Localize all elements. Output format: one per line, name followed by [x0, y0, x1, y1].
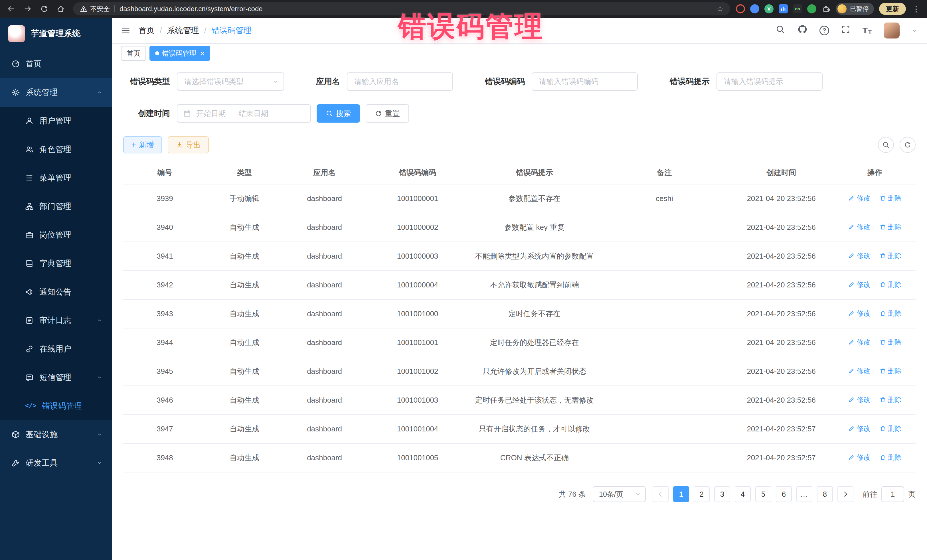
hamburger-icon[interactable] [121, 26, 131, 35]
chevron-down-icon[interactable] [912, 27, 918, 33]
breadcrumb-separator: / [160, 26, 162, 35]
address-bar[interactable]: 不安全 dashboard.yudao.iocoder.cn/system/er… [73, 2, 730, 15]
date-range-picker[interactable]: 开始日期 - 结束日期 [177, 104, 311, 123]
edit-link[interactable]: 修改 [848, 395, 870, 404]
edit-link[interactable]: 修改 [848, 453, 870, 462]
edit-link[interactable]: 修改 [848, 424, 870, 433]
edit-link[interactable]: 修改 [848, 338, 870, 347]
forward-icon[interactable] [23, 5, 32, 13]
app-name-field[interactable] [347, 73, 453, 91]
prev-page-button[interactable] [653, 486, 669, 502]
home-icon[interactable] [56, 5, 65, 13]
help-icon[interactable]: ? [819, 26, 829, 35]
more-pages-button[interactable]: ... [796, 486, 812, 502]
sidebar-item-dev-tools[interactable]: 研发工具 [0, 449, 112, 477]
error-type-select-input[interactable] [177, 73, 284, 91]
user-avatar[interactable] [884, 23, 900, 38]
breadcrumb-current[interactable]: 错误码管理 [212, 25, 252, 36]
edit-link[interactable]: 修改 [848, 194, 870, 203]
page-button[interactable]: 5 [755, 486, 771, 502]
search-icon[interactable] [775, 24, 785, 36]
breadcrumb-home[interactable]: 首页 [138, 25, 155, 36]
reset-button[interactable]: 重置 [366, 104, 409, 123]
breadcrumb-section[interactable]: 系统管理 [167, 25, 199, 36]
export-button[interactable]: 导出 [168, 136, 209, 153]
edit-link[interactable]: 修改 [848, 280, 870, 289]
sidebar-item-audit-log[interactable]: 审计日志 [0, 306, 112, 335]
delete-link[interactable]: 删除 [879, 222, 902, 232]
page-size-value[interactable] [593, 486, 646, 502]
error-hint-input[interactable] [716, 73, 823, 91]
delete-link[interactable]: 删除 [879, 251, 902, 260]
update-button[interactable]: 更新 [879, 3, 906, 15]
kebab-menu-icon[interactable]: ⋮ [912, 4, 920, 14]
sidebar-item-sms[interactable]: 短信管理 [0, 363, 112, 392]
sidebar-item-online-users[interactable]: 在线用户 [0, 335, 112, 363]
page-button[interactable]: 2 [694, 486, 710, 502]
back-icon[interactable] [7, 5, 15, 13]
url-text[interactable]: dashboard.yudao.iocoder.cn/system/error-… [120, 5, 263, 13]
tab-error-code[interactable]: 错误码管理 × [149, 46, 210, 61]
delete-link[interactable]: 删除 [879, 338, 902, 347]
page-button[interactable]: 4 [735, 486, 751, 502]
search-button[interactable]: 搜索 [317, 104, 360, 123]
sidebar-item-posts[interactable]: 岗位管理 [0, 221, 112, 249]
error-code-input[interactable] [532, 73, 638, 91]
stats-extension-icon[interactable] [779, 4, 788, 14]
extensions-puzzle-icon[interactable] [821, 4, 831, 14]
close-icon[interactable]: × [200, 50, 205, 57]
extension-icon[interactable] [807, 4, 816, 14]
page-button[interactable]: 3 [714, 486, 730, 502]
github-icon[interactable] [797, 24, 807, 37]
app-name-input[interactable] [347, 73, 453, 91]
edit-link[interactable]: 修改 [848, 251, 870, 260]
sidebar-item-home[interactable]: 首页 [0, 50, 112, 78]
error-code-field[interactable] [532, 73, 638, 91]
sidebar-item-users[interactable]: 用户管理 [0, 107, 112, 135]
sidebar-item-notices[interactable]: 通知公告 [0, 278, 112, 306]
profile-chip[interactable]: 已暂停 [836, 3, 874, 15]
page-button[interactable]: 1 [673, 486, 689, 502]
delete-link[interactable]: 删除 [879, 194, 902, 203]
switch-extension-icon[interactable]: on [793, 4, 802, 14]
refresh-icon [904, 141, 911, 149]
bookmark-star-icon[interactable]: ☆ [717, 5, 723, 12]
error-hint-field[interactable] [716, 73, 823, 91]
delete-link[interactable]: 删除 [879, 280, 902, 289]
app-logo[interactable]: 芋道管理系统 [0, 18, 112, 50]
sidebar-item-roles[interactable]: 角色管理 [0, 135, 112, 164]
page-size-select[interactable] [593, 486, 646, 502]
sidebar-item-menus[interactable]: 菜单管理 [0, 164, 112, 192]
table-row: 3942 自动生成 dashboard 1001000004 不允许获取敏感配置… [123, 270, 916, 299]
tab-home[interactable]: 首页 [121, 46, 146, 61]
sidebar-item-system[interactable]: 系统管理 [0, 78, 112, 107]
sidebar-item-error-code[interactable]: </> 错误码管理 [0, 392, 112, 420]
error-type-select[interactable] [177, 73, 284, 91]
fullscreen-icon[interactable] [841, 25, 850, 36]
page-button[interactable]: 8 [817, 486, 833, 502]
security-chip[interactable]: 不安全 [80, 5, 110, 14]
edit-link[interactable]: 修改 [848, 309, 870, 318]
delete-link[interactable]: 删除 [879, 309, 902, 318]
extension-icon[interactable] [750, 4, 759, 14]
font-size-icon[interactable]: TT [862, 26, 872, 35]
goto-page-input[interactable] [881, 486, 904, 502]
edit-link[interactable]: 修改 [848, 366, 870, 375]
next-page-button[interactable] [837, 486, 853, 502]
delete-link[interactable]: 删除 [879, 395, 902, 404]
delete-link[interactable]: 删除 [879, 453, 902, 462]
delete-link[interactable]: 删除 [879, 366, 902, 375]
toggle-search-button[interactable] [878, 137, 894, 153]
cell-app: dashboard [283, 213, 366, 242]
extension-icon[interactable] [736, 4, 745, 14]
vue-devtools-icon[interactable]: V [764, 4, 774, 14]
page-button[interactable]: 6 [776, 486, 792, 502]
sidebar-item-departments[interactable]: 部门管理 [0, 192, 112, 221]
sidebar-item-infrastructure[interactable]: 基础设施 [0, 420, 112, 449]
reload-icon[interactable] [40, 5, 49, 13]
refresh-button[interactable] [900, 137, 916, 153]
sidebar-item-dictionary[interactable]: 字典管理 [0, 249, 112, 278]
add-button[interactable]: + 新增 [123, 136, 162, 153]
delete-link[interactable]: 删除 [879, 424, 902, 433]
edit-link[interactable]: 修改 [848, 222, 870, 232]
